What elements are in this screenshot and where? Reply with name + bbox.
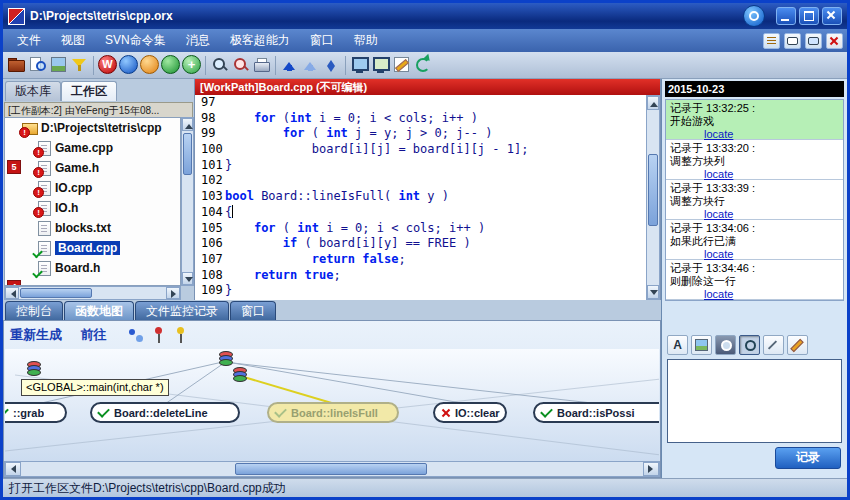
graph-node-Board::deleteLine[interactable]: Board::deleteLine — [90, 402, 240, 423]
zoom-out-icon[interactable] — [231, 55, 250, 74]
pencil-icon[interactable] — [787, 335, 808, 355]
scroll-up-button[interactable] — [182, 118, 193, 131]
main-node-icon[interactable] — [219, 351, 233, 367]
console-icon[interactable] — [763, 33, 780, 49]
node-stack-icon[interactable] — [27, 361, 41, 377]
scroll-thumb[interactable] — [20, 288, 92, 298]
menu-消息[interactable]: 消息 — [176, 33, 220, 47]
menu-极客超能力[interactable]: 极客超能力 — [220, 33, 300, 47]
tab-文件监控记录[interactable]: 文件监控记录 — [135, 301, 229, 320]
tree-file-blocks.txt[interactable]: blocks.txt — [5, 218, 180, 238]
tab-版本库[interactable]: 版本库 — [5, 81, 61, 101]
tree-yellow-icon[interactable] — [171, 326, 189, 344]
tab-工作区[interactable]: 工作区 — [61, 81, 117, 101]
scroll-left-button[interactable] — [5, 462, 21, 476]
scroll-down-button[interactable] — [182, 272, 193, 285]
gear-tool-icon[interactable] — [739, 335, 760, 355]
arrow-up2-icon[interactable] — [301, 55, 320, 74]
locate-link[interactable]: locate — [704, 208, 733, 220]
tree-file-IO.cpp[interactable]: !IO.cpp — [5, 178, 180, 198]
picker-icon[interactable] — [763, 335, 784, 355]
scroll-thumb[interactable] — [235, 463, 427, 475]
locate-link[interactable]: locate — [704, 288, 733, 300]
scroll-down-button[interactable] — [647, 285, 659, 299]
bubble2-icon[interactable] — [805, 33, 822, 49]
refresh-icon[interactable] — [413, 55, 432, 74]
clock-orange-icon[interactable] — [140, 55, 159, 74]
ok-green-icon[interactable] — [161, 55, 180, 74]
graph-map-icon[interactable] — [127, 326, 145, 344]
toolbar-separator — [345, 56, 346, 75]
call-graph[interactable]: <GLOBAL>::main(int,char *) ::grabBoard::… — [5, 349, 659, 461]
search-doc-icon[interactable] — [28, 55, 47, 74]
tab-窗口[interactable]: 窗口 — [230, 301, 276, 320]
folder-open-icon[interactable] — [7, 55, 26, 74]
settings-gear-icon[interactable] — [743, 5, 765, 27]
scroll-up-button[interactable] — [647, 96, 659, 110]
edit-frame-icon[interactable] — [392, 55, 411, 74]
tree-root[interactable]: !D:\Projects\tetris\cpp — [5, 118, 180, 138]
graph-hscrollbar[interactable] — [4, 461, 660, 477]
bubble-icon[interactable] — [784, 33, 801, 49]
editor-vscrollbar[interactable] — [646, 95, 660, 300]
locate-link[interactable]: locate — [704, 168, 733, 180]
scroll-right-button[interactable] — [166, 287, 180, 299]
maximize-button[interactable] — [799, 7, 819, 25]
tree-red-icon[interactable] — [149, 326, 167, 344]
close-red-icon[interactable] — [826, 33, 843, 49]
monitor-icon[interactable] — [350, 55, 369, 74]
file-tree: !D:\Projects\tetris\cpp!Game.cpp!Game.h!… — [4, 117, 181, 286]
record-button[interactable]: 记录 — [775, 447, 841, 469]
regenerate-button[interactable]: 重新生成 — [10, 327, 62, 342]
log-entry-time: 记录于 13:34:46 : — [670, 262, 839, 275]
graph-node-IO::clear[interactable]: IO::clear — [433, 402, 507, 423]
node-stack-icon[interactable] — [233, 367, 247, 383]
scroll-thumb[interactable] — [648, 154, 658, 226]
zoom-in-icon[interactable] — [210, 55, 229, 74]
tab-函数地图[interactable]: 函数地图 — [64, 301, 134, 320]
line-number: 101 — [195, 158, 225, 174]
menu-文件[interactable]: 文件 — [7, 33, 51, 47]
goto-button[interactable]: 前往 — [80, 327, 106, 342]
menu-帮助[interactable]: 帮助 — [344, 33, 388, 47]
menu-SVN命令集[interactable]: SVN命令集 — [95, 33, 176, 47]
tree-item-label: Board.cpp — [55, 241, 120, 255]
scroll-right-button[interactable] — [643, 462, 659, 476]
log-panel: 2015-10-23 记录于 13:32:25 :开始游戏locate记录于 1… — [661, 79, 847, 478]
word-icon[interactable] — [98, 55, 117, 74]
arrows-small-icon[interactable] — [322, 55, 341, 74]
scroll-left-button[interactable] — [5, 287, 19, 299]
graph-node-Board::isPossi[interactable]: Board::isPossi — [533, 402, 659, 423]
tree-file-Game.cpp[interactable]: !Game.cpp — [5, 138, 180, 158]
image-tool-icon[interactable] — [691, 335, 712, 355]
code-editor[interactable]: [WorkPath]Board.cpp (不可编辑) 9798 for (int… — [195, 79, 661, 300]
tree-file-Game.h[interactable]: !Game.h — [5, 158, 180, 178]
locate-link[interactable]: locate — [704, 128, 733, 140]
print-icon[interactable] — [252, 55, 271, 74]
line-number: 99 — [195, 126, 225, 142]
line-number: 103 — [195, 189, 225, 205]
camera-icon[interactable] — [715, 335, 736, 355]
filter-icon[interactable] — [70, 55, 89, 74]
locate-link[interactable]: locate — [704, 248, 733, 260]
close-button[interactable] — [822, 7, 842, 25]
arrow-up-icon[interactable] — [280, 55, 299, 74]
tree-file-Board.cpp[interactable]: Board.cpp — [5, 238, 180, 258]
menu-视图[interactable]: 视图 — [51, 33, 95, 47]
tree-file-IO.h[interactable]: !IO.h — [5, 198, 180, 218]
monitor2-icon[interactable] — [371, 55, 390, 74]
menu-窗口[interactable]: 窗口 — [300, 33, 344, 47]
image-icon[interactable] — [49, 55, 68, 74]
tree-hscrollbar[interactable] — [4, 286, 181, 300]
text-a-icon[interactable] — [667, 335, 688, 355]
tab-控制台[interactable]: 控制台 — [5, 301, 63, 320]
clock-blue-icon[interactable] — [119, 55, 138, 74]
tree-file-Board.h[interactable]: Board.h — [5, 258, 180, 278]
add-green-icon[interactable] — [182, 55, 201, 74]
minimize-button[interactable] — [776, 7, 796, 25]
tree-vscrollbar[interactable] — [181, 117, 194, 286]
graph-node-Board::lineIsFull[interactable]: Board::lineIsFull — [267, 402, 399, 423]
tree-item-label: IO.cpp — [55, 181, 92, 195]
scroll-thumb[interactable] — [183, 133, 192, 175]
graph-node-::grab[interactable]: ::grab — [5, 402, 67, 423]
